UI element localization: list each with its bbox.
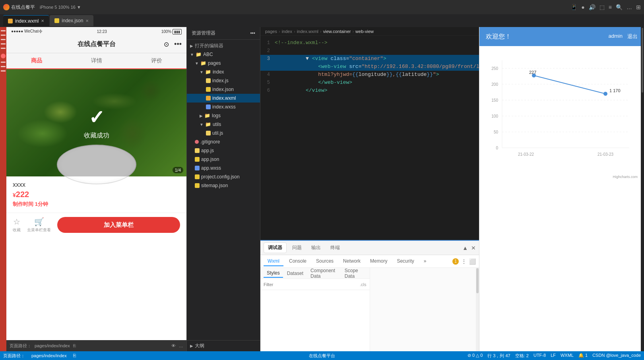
svg-text:0: 0 [496,146,498,150]
code-editor[interactable]: 1 <!--index.wxml--> 2 ▼ <view class="con… [260,36,479,240]
logout-link[interactable]: 退出 [627,33,638,40]
device-info[interactable]: iPhone 5 100% 16 ▼ [40,5,81,10]
phone-nav-record[interactable]: ⊙ [164,41,169,48]
devtools-tab-output[interactable]: 输出 [307,243,325,253]
status-copy-icon[interactable]: ⎘ [73,353,76,358]
devtools-subtab-wxml[interactable]: Wxml [264,257,283,266]
devtools-screenshot-icon[interactable]: ⬜ [469,258,476,265]
filetree-more-icon[interactable]: ••• [250,31,255,36]
inspector-tab-component[interactable]: Component Data [307,268,341,280]
devtools-right-actions: 1 ⋮ ⬜ [452,258,476,265]
phone-tab-products[interactable]: 商品 [6,53,66,69]
copy-icon[interactable]: ⎘ [73,343,76,348]
more-icon[interactable]: … [627,4,632,10]
add-to-menu-button[interactable]: 加入菜单栏 [57,217,180,233]
collect-button[interactable]: ☆ 收藏 [13,217,21,233]
breadcrumb-pages[interactable]: pages [265,29,277,34]
filter-cls-btn[interactable]: .cls [360,282,367,287]
line-chart: 0 50 100 150 200 250 1 170 227 21-03-22 … [486,52,638,172]
status-indent: 空格: 2 [515,353,529,359]
phone-tab-review[interactable]: 评价 [126,53,186,68]
tab-json-close[interactable]: ✕ [85,19,89,23]
breadcrumb-view[interactable]: view.container [323,29,351,34]
devtools-subtab-sources[interactable]: Sources [312,257,338,266]
inspector-tab-scope[interactable]: Scope Data [341,268,367,280]
devtools-tab-debugger[interactable]: 调试器 [264,242,287,253]
icon-screen[interactable]: ⬚ [599,4,605,10]
tab-json[interactable]: index.json ✕ [50,15,93,26]
inspector-tab-styles[interactable]: Styles [264,269,283,278]
tree-utils[interactable]: ▼ 📁 utils [187,120,260,129]
breadcrumb-webview[interactable]: web-view [355,29,374,34]
devtools-tab-bar: 调试器 问题 输出 终端 ▲ ✕ [260,241,479,255]
devtools-tab-terminal[interactable]: 终端 [326,243,344,253]
tree-index-json[interactable]: index.json [187,85,260,94]
devtools-subtab-security[interactable]: Security [393,257,418,266]
folder-icon-utils: 📁 [205,122,211,127]
status-path-label: 页面路径： [3,353,25,359]
wxml-file-icon [8,19,13,23]
sidebar-bar-9 [1,70,6,72]
devtools-collapse-icon[interactable]: ▲ [462,245,468,251]
collect-label: 收藏 [13,227,21,233]
phone-content: ✓ 收藏成功 1/4 xxxx ¥222 制作时间 1分钟 [6,69,186,340]
icon-expand[interactable]: ⊞ [636,4,641,10]
tree-sitemap[interactable]: sitemap.json [187,181,260,190]
status-warning: ⊘ 0 △ 0 [467,353,483,359]
basket-label: 去菜单栏查看 [27,227,51,233]
app-js-icon [195,148,200,153]
tree-gitignore[interactable]: .gitignore [187,137,260,146]
devtools-subtab-network[interactable]: Network [339,257,365,266]
welcome-text: 欢迎您！ [486,33,511,41]
tree-project-config[interactable]: project.config.json [187,172,260,181]
devtools-settings-icon[interactable]: ⋮ [461,258,467,265]
sidebar-bar-8 [1,66,6,67]
eye-icon[interactable]: 👁 [171,343,176,348]
page-path-value: pages/index/index [35,343,70,348]
tree-app-json[interactable]: app.json [187,155,260,164]
icon-phone[interactable]: 📱 [570,4,577,10]
tree-index-js[interactable]: index.js [187,76,260,85]
wxml-file-icon-tree [206,96,211,101]
tab-wxml[interactable]: index.wxml ✕ [3,15,49,26]
bottom-more-icon[interactable]: … [179,343,183,348]
sidebar-bar-4 [1,43,6,45]
breadcrumb-file[interactable]: index.wxml [297,29,318,34]
checkmark-icon: ✓ [89,106,105,128]
icon-audio[interactable]: 🔊 [589,4,596,10]
tree-util-js[interactable]: util.js [187,129,260,137]
status-center-title: 在线点餐平台 [309,353,335,359]
sidebar-bar-3 [1,39,6,40]
tree-index-folder[interactable]: ▼ 📁 index [187,68,260,76]
devtools-tab-problems[interactable]: 问题 [288,243,306,253]
devtools-scrollbar-thumb[interactable] [476,268,479,293]
folder-icon-index: 📁 [205,69,211,75]
breadcrumb-index[interactable]: index [282,29,292,34]
tree-logs[interactable]: ▶ 📁 logs [187,111,260,120]
devtools-scrollbar[interactable] [476,268,479,351]
devtools-subtab-more[interactable]: » [420,257,431,266]
tree-app-wxss[interactable]: app.wxss [187,164,260,172]
filetree-footer[interactable]: ▶ 大纲 [187,340,260,351]
js-file-icon [206,78,211,83]
tab-wxml-close[interactable]: ✕ [41,19,44,23]
tree-abc[interactable]: ▼ 📁 ABC [187,50,260,59]
tree-index-wxml[interactable]: index.wxml [187,94,260,103]
code-line-3: 3 <web-view src="http://192.168.3.42:808… [260,55,479,63]
inspector-tab-dataset[interactable]: Dataset [284,269,306,277]
phone-nav-more[interactable]: ••• [174,40,182,48]
devtools-close-icon[interactable]: ✕ [471,245,476,251]
icon-list[interactable]: ≡ [609,4,612,10]
tree-index-wxss[interactable]: index.wxss [187,103,260,111]
tree-app-js[interactable]: app.js [187,146,260,155]
tree-open-editors[interactable]: ▶ 打开的编辑器 [187,41,260,50]
admin-link[interactable]: admin [609,33,623,40]
devtools-subtab-console[interactable]: Console [285,257,310,266]
filter-input[interactable] [264,281,358,288]
icon-record[interactable]: ● [581,4,584,10]
tree-pages[interactable]: ▼ 📁 pages [187,59,260,68]
basket-button[interactable]: 🛒 去菜单栏查看 [27,217,51,233]
devtools-subtab-memory[interactable]: Memory [366,257,391,266]
phone-tab-detail[interactable]: 详情 [66,53,126,68]
search-icon[interactable]: 🔍 [616,4,623,10]
